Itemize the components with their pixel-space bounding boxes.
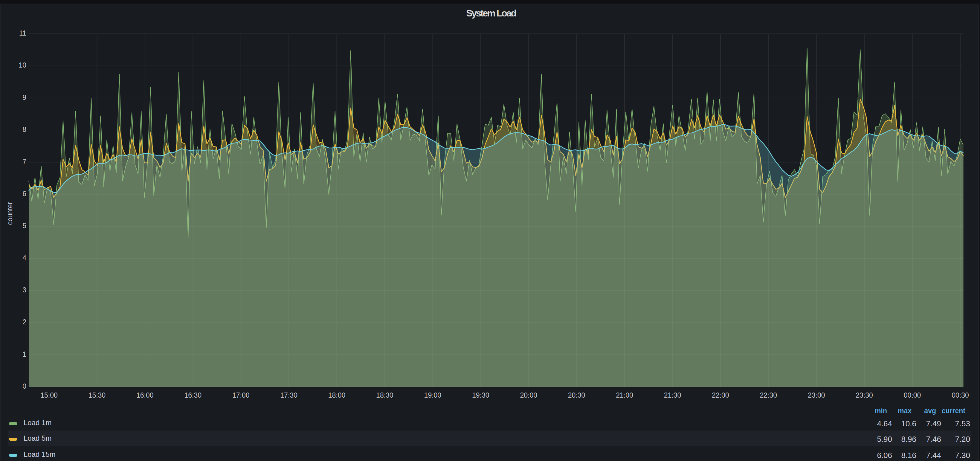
svg-text:16:30: 16:30 — [185, 391, 202, 399]
svg-text:00:00: 00:00 — [904, 391, 921, 399]
svg-text:4: 4 — [22, 254, 26, 262]
svg-text:0: 0 — [22, 382, 26, 390]
svg-text:6: 6 — [22, 190, 26, 198]
svg-text:18:30: 18:30 — [376, 391, 393, 399]
svg-text:2: 2 — [22, 318, 26, 326]
svg-text:17:30: 17:30 — [280, 391, 298, 399]
svg-text:00:30: 00:30 — [951, 391, 969, 399]
svg-text:17:00: 17:00 — [232, 391, 250, 399]
svg-text:15:00: 15:00 — [40, 391, 58, 399]
svg-text:23:00: 23:00 — [808, 391, 825, 399]
svg-text:19:00: 19:00 — [424, 391, 442, 399]
svg-text:counter: counter — [6, 202, 14, 225]
svg-text:18:00: 18:00 — [328, 391, 345, 399]
svg-text:3: 3 — [22, 286, 26, 294]
svg-text:19:30: 19:30 — [472, 391, 489, 399]
svg-text:8: 8 — [22, 126, 26, 134]
svg-text:21:00: 21:00 — [616, 391, 633, 399]
svg-text:11: 11 — [19, 29, 26, 37]
svg-text:23:30: 23:30 — [856, 391, 873, 399]
svg-text:10: 10 — [19, 61, 26, 69]
svg-text:22:30: 22:30 — [760, 391, 777, 399]
svg-text:20:00: 20:00 — [520, 391, 537, 399]
svg-text:21:30: 21:30 — [664, 391, 681, 399]
svg-text:20:30: 20:30 — [568, 391, 585, 399]
svg-text:1: 1 — [22, 350, 26, 358]
svg-text:9: 9 — [22, 94, 26, 101]
svg-text:15:30: 15:30 — [89, 391, 106, 399]
svg-text:5: 5 — [22, 222, 26, 230]
svg-text:22:00: 22:00 — [712, 391, 729, 399]
svg-text:7: 7 — [22, 158, 26, 165]
svg-text:16:00: 16:00 — [136, 391, 154, 399]
